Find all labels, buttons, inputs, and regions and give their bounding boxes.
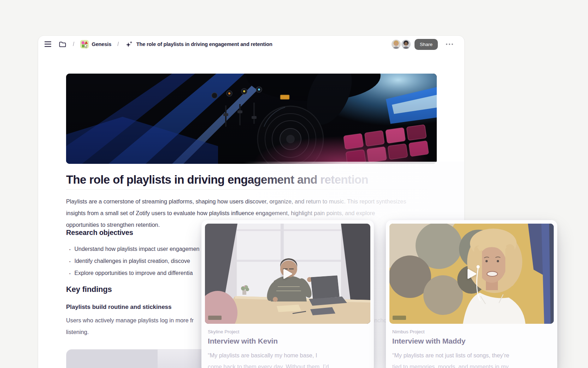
screenshot-stage: / Genesis / The role of playlists in dri…: [0, 0, 588, 368]
page-title: The role of playlists in driving engagem…: [66, 173, 368, 186]
folder-icon[interactable]: [58, 40, 67, 48]
key-findings-paragraph-line: Users who actively manage playlists log …: [66, 317, 194, 324]
collaborator-avatars: [392, 40, 411, 49]
avatar[interactable]: [401, 40, 411, 49]
sparkle-icon: [125, 40, 134, 48]
key-findings-subheading: Playlists build routine and stickiness: [66, 304, 172, 311]
document-name: The role of playlists in driving engagem…: [136, 41, 272, 47]
hamburger-menu-icon[interactable]: [44, 40, 52, 48]
avatar[interactable]: [392, 40, 401, 49]
research-objectives-heading: Research objectives: [66, 229, 133, 237]
hero-image: [66, 74, 437, 164]
share-button[interactable]: Share: [414, 39, 438, 50]
research-objectives-list: •Understand how playlists impact user en…: [69, 246, 199, 282]
play-icon[interactable]: [283, 269, 292, 279]
video-watermark-badge: [208, 316, 222, 320]
video-thumbnail-maddy[interactable]: [389, 224, 554, 324]
breadcrumb-document[interactable]: The role of playlists in driving engagem…: [125, 40, 272, 48]
play-icon[interactable]: [467, 269, 476, 279]
page-title-faded-word: retention: [320, 173, 368, 186]
card-project-label: Skyline Project: [208, 329, 370, 334]
video-watermark-badge: [393, 316, 406, 320]
title-divider: [66, 189, 437, 190]
topbar: / Genesis / The role of playlists in dri…: [44, 36, 272, 53]
card-quote: “My playlists are basically my home base…: [208, 350, 370, 368]
key-findings-paragraph-line: listening.: [66, 329, 89, 335]
genesis-workspace-icon: [80, 40, 89, 48]
video-card-kevin[interactable]: Skyline Project Interview with Kevin “My…: [201, 220, 374, 368]
card-project-label: Nimbus Project: [392, 329, 554, 334]
overflow-menu-icon[interactable]: [444, 41, 455, 47]
breadcrumb-separator: /: [73, 41, 74, 47]
list-item: •Explore opportunities to improve and di…: [69, 270, 199, 282]
card-title: Interview with Maddy: [392, 337, 554, 345]
card-quote: “My playlists are not just lists of song…: [392, 350, 554, 368]
list-item: •Understand how playlists impact user en…: [69, 246, 199, 258]
topbar-actions: Share: [392, 36, 455, 53]
list-item: •Identify challenges in playlist creatio…: [69, 258, 199, 270]
breadcrumb-separator: /: [118, 41, 119, 47]
breadcrumb-workspace[interactable]: Genesis: [80, 40, 111, 48]
key-findings-paragraph-fragment: ncho: [374, 317, 387, 324]
workspace-name: Genesis: [92, 41, 111, 47]
key-findings-heading: Key findings: [66, 285, 112, 294]
card-title: Interview with Kevin: [208, 337, 370, 345]
video-card-maddy[interactable]: Nimbus Project Interview with Maddy “My …: [386, 220, 557, 368]
video-thumbnail-kevin[interactable]: [205, 224, 370, 324]
